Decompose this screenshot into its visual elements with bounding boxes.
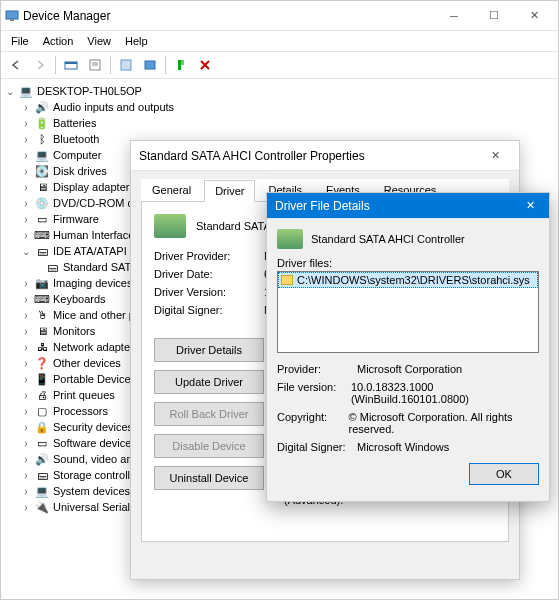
expand-icon[interactable]: › xyxy=(21,358,31,368)
svg-rect-3 xyxy=(65,62,77,64)
version-label: Driver Version: xyxy=(154,286,264,298)
tree-category[interactable]: ›🔊Audio inputs and outputs xyxy=(5,99,554,115)
expand-icon[interactable]: › xyxy=(21,118,31,128)
expand-icon[interactable]: › xyxy=(21,102,31,112)
menubar: File Action View Help xyxy=(1,31,558,51)
category-label: Other devices xyxy=(53,357,121,369)
driver-files-label: Driver files: xyxy=(277,257,539,269)
expand-icon[interactable]: › xyxy=(21,230,31,240)
expand-icon[interactable]: › xyxy=(21,166,31,176)
category-icon: 🖥 xyxy=(35,180,49,194)
df-filever-label: File version: xyxy=(277,381,351,405)
category-icon: 📱 xyxy=(35,372,49,386)
props-close-button[interactable]: ✕ xyxy=(475,142,515,170)
menu-help[interactable]: Help xyxy=(119,33,154,49)
ok-button[interactable]: OK xyxy=(469,463,539,485)
forward-button[interactable] xyxy=(29,54,51,76)
tab-general[interactable]: General xyxy=(141,179,202,201)
expand-icon[interactable]: › xyxy=(21,422,31,432)
df-signer-label: Digital Signer: xyxy=(277,441,357,453)
expand-icon[interactable]: › xyxy=(21,134,31,144)
uninstall-device-button[interactable]: Uninstall Device xyxy=(154,466,264,490)
expand-icon[interactable]: › xyxy=(21,406,31,416)
svg-rect-7 xyxy=(121,60,131,70)
toolbar xyxy=(1,51,558,79)
date-label: Driver Date: xyxy=(154,268,264,280)
df-copyright-label: Copyright: xyxy=(277,411,349,435)
driver-files-list[interactable]: C:\WINDOWS\system32\DRIVERS\storahci.sys xyxy=(277,271,539,353)
expand-icon[interactable]: › xyxy=(21,310,31,320)
category-icon: 💻 xyxy=(35,484,49,498)
category-icon: 🖴 xyxy=(35,468,49,482)
titlebar: Device Manager ─ ☐ ✕ xyxy=(1,1,558,31)
close-button[interactable]: ✕ xyxy=(514,2,554,30)
category-icon: ▢ xyxy=(35,404,49,418)
driver-details-button[interactable]: Driver Details xyxy=(154,338,264,362)
help-button[interactable] xyxy=(115,54,137,76)
update-driver-button[interactable]: Update Driver xyxy=(154,370,264,394)
df-provider-value: Microsoft Corporation xyxy=(357,363,462,375)
expand-icon[interactable]: › xyxy=(21,278,31,288)
category-label: System devices xyxy=(53,485,130,497)
menu-action[interactable]: Action xyxy=(37,33,80,49)
minimize-button[interactable]: ─ xyxy=(434,2,474,30)
df-close-button[interactable]: ✕ xyxy=(515,194,545,218)
expand-icon[interactable]: › xyxy=(21,470,31,480)
expand-icon[interactable]: › xyxy=(21,198,31,208)
refresh-button[interactable] xyxy=(139,54,161,76)
collapse-icon[interactable]: ⌄ xyxy=(5,86,15,96)
expand-icon[interactable]: › xyxy=(21,150,31,160)
folder-icon xyxy=(281,275,293,285)
back-button[interactable] xyxy=(5,54,27,76)
tab-driver[interactable]: Driver xyxy=(204,180,255,202)
collapse-icon[interactable]: ⌄ xyxy=(21,246,31,256)
device-icon: 🖴 xyxy=(45,260,59,274)
properties-button[interactable] xyxy=(84,54,106,76)
category-label: Display adapters xyxy=(53,181,135,193)
expand-icon[interactable]: › xyxy=(21,454,31,464)
category-label: Keyboards xyxy=(53,293,106,305)
expand-icon[interactable]: › xyxy=(21,486,31,496)
category-label: Software devices xyxy=(53,437,137,449)
svg-rect-0 xyxy=(6,11,18,19)
df-titlebar: Driver File Details ✕ xyxy=(267,193,549,219)
category-label: Print queues xyxy=(53,389,115,401)
menu-file[interactable]: File xyxy=(5,33,35,49)
tree-root[interactable]: ⌄ 💻 DESKTOP-TH0L5OP xyxy=(5,83,554,99)
df-device-name: Standard SATA AHCI Controller xyxy=(311,233,465,245)
category-icon: 🖴 xyxy=(35,244,49,258)
category-label: Batteries xyxy=(53,117,96,129)
expand-icon[interactable]: › xyxy=(21,342,31,352)
tree-category[interactable]: ›🔋Batteries xyxy=(5,115,554,131)
df-filever-value: 10.0.18323.1000 (WinBuild.160101.0800) xyxy=(351,381,539,405)
expand-icon[interactable]: › xyxy=(21,390,31,400)
expand-icon[interactable]: › xyxy=(21,502,31,512)
category-label: Network adapters xyxy=(53,341,139,353)
rollback-driver-button: Roll Back Driver xyxy=(154,402,264,426)
remove-button[interactable] xyxy=(194,54,216,76)
expand-icon[interactable]: › xyxy=(21,438,31,448)
category-icon: 🔊 xyxy=(35,100,49,114)
category-label: Monitors xyxy=(53,325,95,337)
category-icon: ⌨ xyxy=(35,228,49,242)
category-icon: 💽 xyxy=(35,164,49,178)
driver-file-item[interactable]: C:\WINDOWS\system32\DRIVERS\storahci.sys xyxy=(278,272,538,288)
expand-icon[interactable]: › xyxy=(21,294,31,304)
category-label: Computer xyxy=(53,149,101,161)
menu-view[interactable]: View xyxy=(81,33,117,49)
scan-button[interactable] xyxy=(170,54,192,76)
expand-icon[interactable]: › xyxy=(21,182,31,192)
maximize-button[interactable]: ☐ xyxy=(474,2,514,30)
category-label: Audio inputs and outputs xyxy=(53,101,174,113)
category-icon: 🖥 xyxy=(35,324,49,338)
computer-name: DESKTOP-TH0L5OP xyxy=(37,85,142,97)
expand-icon[interactable]: › xyxy=(21,326,31,336)
category-icon: 🖧 xyxy=(35,340,49,354)
expand-icon[interactable]: › xyxy=(21,214,31,224)
category-icon: ᛒ xyxy=(35,132,49,146)
category-icon: 🔊 xyxy=(35,452,49,466)
category-icon: ⌨ xyxy=(35,292,49,306)
expand-icon[interactable]: › xyxy=(21,374,31,384)
category-label: Security devices xyxy=(53,421,133,433)
show-hidden-button[interactable] xyxy=(60,54,82,76)
